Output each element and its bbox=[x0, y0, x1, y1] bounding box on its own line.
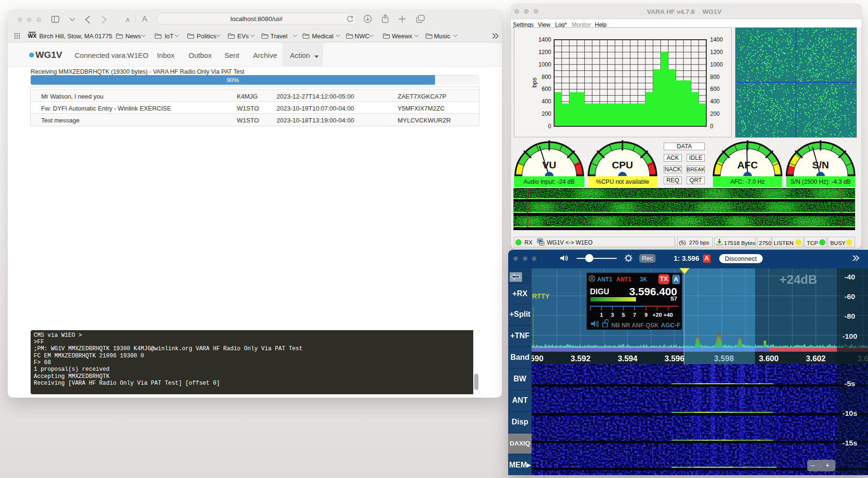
svg-text:%CPU not available: %CPU not available bbox=[596, 178, 649, 185]
svg-text:CPU: CPU bbox=[612, 159, 633, 170]
svg-text:AFC: -7.0 Hz: AFC: -7.0 Hz bbox=[730, 178, 765, 185]
svg-text:Audio Input: -24 dB: Audio Input: -24 dB bbox=[523, 178, 575, 185]
svg-text:S/N: S/N bbox=[812, 159, 829, 170]
svg-text:S/N (2500 Hz): -4.3 dB: S/N (2500 Hz): -4.3 dB bbox=[790, 178, 851, 185]
